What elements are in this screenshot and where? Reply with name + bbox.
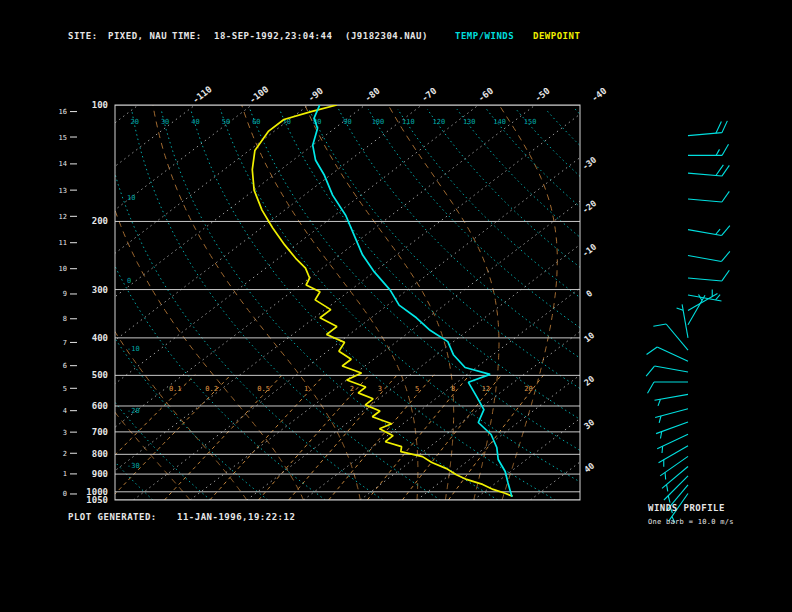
svg-text:8: 8 (63, 315, 67, 323)
svg-text:110: 110 (402, 118, 415, 126)
svg-text:12: 12 (59, 213, 67, 221)
sounding-traces (252, 105, 512, 497)
isotherm (0, 105, 138, 500)
svg-text:-30: -30 (127, 462, 140, 470)
wind-barb (646, 366, 688, 376)
mixing-ratio-line (109, 375, 231, 500)
svg-text:20: 20 (582, 374, 596, 388)
svg-text:1: 1 (63, 470, 67, 478)
plot-generated-value: 11-JAN-1996,19:22:12 (177, 512, 295, 522)
svg-text:4: 4 (63, 407, 67, 415)
svg-text:130: 130 (463, 118, 476, 126)
plot-frame (115, 105, 580, 500)
moist-adiabat (153, 105, 360, 500)
isotherm (0, 105, 195, 500)
wind-barb (648, 382, 689, 393)
dry-adiabat (516, 109, 792, 500)
wind-barb (655, 394, 688, 405)
mixing-ratio-line (164, 375, 282, 500)
wind-barb (647, 347, 688, 361)
dry-adiabat (398, 109, 792, 500)
svg-text:14: 14 (59, 160, 67, 168)
svg-text:120: 120 (432, 118, 445, 126)
svg-text:8: 8 (451, 385, 455, 393)
svg-text:16: 16 (59, 108, 67, 116)
svg-text:-60: -60 (476, 86, 495, 104)
svg-text:30: 30 (161, 118, 169, 126)
moist-adiabat (305, 105, 454, 500)
svg-text:300: 300 (92, 285, 108, 295)
dry-adiabat (72, 109, 325, 500)
svg-text:20: 20 (524, 385, 532, 393)
dry-adiabat (309, 109, 785, 500)
isotherm (77, 105, 592, 500)
dry-adiabat (0, 109, 153, 500)
svg-text:0.2: 0.2 (205, 385, 218, 393)
svg-text:200: 200 (92, 216, 108, 226)
svg-text:6: 6 (63, 362, 67, 370)
svg-text:400: 400 (92, 333, 108, 343)
wind-barb (688, 165, 729, 176)
svg-text:-40: -40 (590, 86, 609, 104)
wind-barb (653, 324, 688, 350)
svg-text:50: 50 (222, 118, 230, 126)
svg-text:60: 60 (252, 118, 260, 126)
svg-text:10: 10 (59, 265, 67, 273)
dewpoint-trace (252, 105, 512, 496)
dry-adiabat (427, 109, 792, 500)
svg-text:10: 10 (127, 194, 135, 202)
wind-barb (688, 121, 727, 136)
svg-text:40: 40 (191, 118, 199, 126)
wind-barb (677, 304, 688, 337)
dry-adiabat (279, 109, 727, 500)
svg-text:-90: -90 (306, 86, 325, 104)
isotherm (0, 105, 308, 500)
mixing-ratio-line (259, 375, 370, 500)
mixing-ratio-line (210, 375, 325, 500)
svg-text:90: 90 (343, 118, 351, 126)
svg-text:150: 150 (524, 118, 537, 126)
svg-text:700: 700 (92, 427, 108, 437)
moist-adiabat (388, 105, 499, 500)
svg-text:9: 9 (63, 290, 67, 298)
wind-barb (688, 144, 729, 155)
dry-adiabat (457, 109, 792, 500)
wind-barb (659, 446, 688, 467)
svg-text:800: 800 (92, 449, 108, 459)
svg-text:3: 3 (63, 429, 67, 437)
plot-generated-label: PLOT GENERATED: (68, 512, 157, 522)
svg-text:1: 1 (304, 385, 308, 393)
svg-text:2: 2 (63, 450, 67, 458)
wind-barb (688, 226, 730, 236)
svg-text:15: 15 (59, 134, 67, 142)
winds-profile-title: WINDS PROFILE (648, 503, 725, 513)
isotherm (0, 105, 252, 500)
svg-text:-10: -10 (127, 345, 140, 353)
svg-text:13: 13 (59, 187, 67, 195)
svg-text:-50: -50 (533, 86, 552, 104)
svg-text:7: 7 (63, 339, 67, 347)
svg-text:-30: -30 (580, 155, 598, 172)
svg-text:3: 3 (378, 385, 382, 393)
svg-text:1050: 1050 (86, 495, 108, 505)
svg-text:5: 5 (415, 385, 419, 393)
moist-adiabat (242, 105, 418, 500)
skewt-app-window: SITE: PIXED, NAU TIME: 18-SEP-1992,23:04… (0, 0, 792, 612)
wind-barb (688, 191, 729, 202)
dry-adiabat (250, 109, 670, 500)
wind-barb (688, 270, 729, 281)
wind-barb (657, 434, 688, 453)
moist-adiabat (499, 105, 557, 500)
isotherm (190, 105, 705, 500)
temperature-trace (313, 105, 512, 497)
svg-text:40: 40 (582, 460, 596, 474)
isotherm (474, 105, 792, 500)
isotherm (530, 105, 792, 500)
svg-text:-20: -20 (127, 407, 140, 415)
svg-text:5: 5 (63, 385, 67, 393)
dry-adiabat (13, 109, 210, 500)
isotherm (133, 105, 648, 500)
svg-text:0: 0 (63, 490, 67, 498)
moist-adiabat (93, 105, 303, 500)
svg-text:100: 100 (92, 100, 108, 110)
